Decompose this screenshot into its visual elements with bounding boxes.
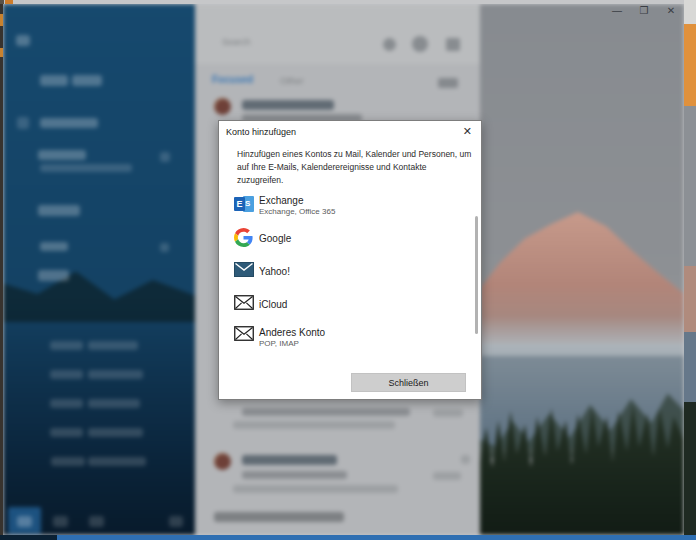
sync-icon[interactable] bbox=[412, 36, 428, 52]
desktop-right-edge bbox=[684, 402, 696, 540]
provider-google[interactable]: Google bbox=[259, 233, 291, 244]
exchange-icon: S E bbox=[234, 194, 254, 214]
mail-nav-icon[interactable] bbox=[17, 516, 32, 527]
dialog-scrollbar-thumb[interactable] bbox=[475, 216, 478, 334]
desktop-right-edge bbox=[684, 332, 696, 402]
folder-item-blob[interactable] bbox=[38, 270, 69, 281]
desktop-right-edge bbox=[684, 0, 696, 24]
preview-blob bbox=[233, 421, 395, 429]
reading-pane bbox=[480, 4, 684, 535]
envelope-filled-icon bbox=[234, 262, 254, 282]
avatar bbox=[214, 98, 231, 115]
bottom-blue-bar bbox=[0, 535, 696, 540]
tab-other[interactable]: Other bbox=[280, 75, 304, 86]
close-window-button[interactable]: ✕ bbox=[664, 5, 678, 16]
provider-exchange[interactable]: Exchange bbox=[259, 195, 303, 206]
calendar-nav-icon[interactable] bbox=[53, 516, 68, 527]
provider-exchange-subtitle: Exchange, Office 365 bbox=[259, 207, 335, 216]
desktop-left-edge bbox=[0, 4, 3, 540]
sidebar-shade bbox=[3, 304, 195, 535]
desktop-top-edge bbox=[0, 0, 696, 4]
bottom-bar-dark-segment bbox=[0, 535, 57, 540]
subject-blob[interactable] bbox=[242, 408, 410, 416]
accounts-label-blob[interactable] bbox=[40, 118, 98, 128]
new-mail-button-blob[interactable] bbox=[40, 75, 68, 86]
minimize-button[interactable]: — bbox=[610, 5, 624, 16]
sender-name-blob[interactable] bbox=[242, 100, 334, 110]
folder-count-blob bbox=[160, 243, 169, 252]
provider-icloud[interactable]: iCloud bbox=[259, 299, 287, 310]
folder-item-blob[interactable] bbox=[50, 428, 83, 437]
hamburger-menu-icon[interactable] bbox=[16, 35, 30, 46]
dialog-description: Hinzufügen eines Kontos zu Mail, Kalende… bbox=[237, 148, 475, 187]
maximize-button[interactable]: ❐ bbox=[637, 5, 651, 16]
folder-item-blob[interactable] bbox=[50, 370, 83, 379]
provider-other-account[interactable]: Anderes Konto bbox=[259, 327, 325, 338]
account-name-blob[interactable] bbox=[38, 150, 86, 160]
folder-item-blob[interactable] bbox=[51, 457, 85, 466]
folder-item-blob[interactable] bbox=[88, 399, 140, 408]
desktop-right-edge bbox=[684, 266, 696, 332]
avatar bbox=[214, 453, 231, 470]
dialog-title: Konto hinzufügen bbox=[226, 127, 296, 137]
envelope-outline-icon bbox=[234, 326, 254, 346]
provider-other-subtitle: POP, IMAP bbox=[259, 339, 299, 348]
desktop-left-orange-detail bbox=[0, 14, 3, 26]
accounts-icon[interactable] bbox=[17, 117, 29, 129]
filter-icon[interactable] bbox=[438, 78, 458, 88]
folder-item-blob[interactable] bbox=[88, 370, 143, 379]
search-icon[interactable] bbox=[383, 38, 396, 51]
close-dialog-button[interactable]: Schließen bbox=[351, 373, 466, 392]
window-controls: — ❐ ✕ bbox=[610, 5, 678, 16]
timestamp-blob bbox=[433, 409, 463, 417]
desktop-right-edge bbox=[684, 106, 696, 266]
timestamp-blob bbox=[433, 472, 461, 480]
desktop-left-orange-detail bbox=[0, 48, 3, 57]
add-account-dialog: Konto hinzufügen ✕ Hinzufügen eines Kont… bbox=[218, 120, 482, 400]
folder-item-blob[interactable] bbox=[88, 341, 138, 350]
tab-focused[interactable]: Focused bbox=[212, 74, 253, 85]
settings-gear-icon[interactable] bbox=[169, 516, 183, 527]
inbox-label-blob[interactable] bbox=[40, 242, 68, 251]
envelope-outline-icon bbox=[234, 295, 254, 315]
subject-blob[interactable] bbox=[242, 471, 347, 479]
date-header-blob bbox=[214, 512, 344, 522]
flag-icon[interactable] bbox=[461, 455, 470, 464]
screenshot-root: Search Focused Other bbox=[0, 0, 696, 540]
folder-item-blob[interactable] bbox=[50, 399, 83, 408]
folder-item-blob[interactable] bbox=[88, 457, 146, 466]
folders-label-blob[interactable] bbox=[38, 205, 80, 216]
account-email-blob bbox=[40, 164, 132, 172]
desktop-right-orange-detail bbox=[684, 24, 696, 106]
google-icon bbox=[234, 228, 254, 248]
selection-mode-icon[interactable] bbox=[446, 38, 460, 51]
preview-blob bbox=[233, 485, 398, 493]
chevron-icon[interactable] bbox=[160, 152, 170, 162]
folder-item-blob[interactable] bbox=[50, 341, 83, 350]
search-bar-area bbox=[195, 4, 480, 64]
search-input[interactable]: Search bbox=[222, 37, 251, 47]
dialog-close-icon[interactable]: ✕ bbox=[463, 125, 472, 137]
desktop-top-orange-detail bbox=[5, 0, 13, 4]
people-nav-icon[interactable] bbox=[89, 516, 104, 527]
sidebar bbox=[3, 4, 195, 535]
sender-name-blob[interactable] bbox=[242, 455, 337, 465]
provider-yahoo[interactable]: Yahoo! bbox=[259, 266, 290, 277]
new-mail-button-blob[interactable] bbox=[72, 75, 102, 86]
folder-item-blob[interactable] bbox=[88, 428, 143, 437]
